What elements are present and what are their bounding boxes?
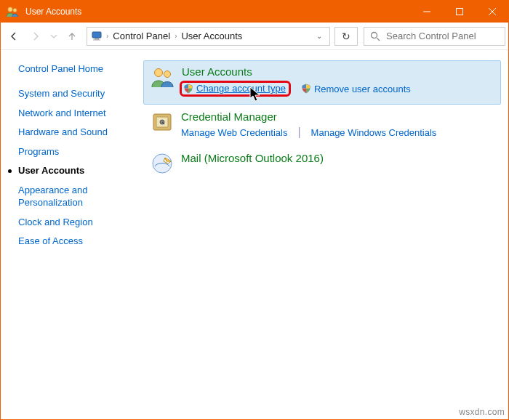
svg-point-1 [13, 8, 17, 12]
maximize-button[interactable] [443, 1, 476, 23]
sidebar-item[interactable]: Hardware and Sound [18, 126, 143, 139]
sidebar-item[interactable]: Programs [18, 145, 143, 158]
sidebar-item[interactable]: User Accounts [18, 164, 143, 177]
address-dropdown[interactable]: ⌄ [310, 32, 328, 40]
svg-rect-8 [93, 39, 100, 40]
svg-point-0 [8, 7, 12, 12]
breadcrumb-part[interactable]: User Accounts [177, 31, 247, 41]
svg-line-10 [377, 38, 380, 41]
category: Credential ManagerManage Web Credentials… [143, 106, 501, 146]
svg-rect-6 [92, 32, 101, 38]
control-panel-home-link[interactable]: Control Panel Home [18, 63, 143, 74]
forward-button[interactable] [25, 26, 46, 47]
app-icon [5, 4, 20, 19]
search-box[interactable]: Search Control Panel [364, 27, 505, 46]
category-title[interactable]: User Accounts [182, 65, 494, 78]
sidebar-item[interactable]: Network and Internet [18, 107, 143, 120]
sidebar: Control Panel Home System and SecurityNe… [1, 50, 143, 419]
search-placeholder: Search Control Panel [386, 31, 476, 41]
close-button[interactable] [476, 1, 508, 23]
category: Mail (Microsoft Outlook 2016) [143, 148, 501, 185]
category-link[interactable]: Remove user accounts [301, 84, 411, 94]
users-icon [150, 65, 176, 92]
monitor-icon [89, 31, 106, 41]
svg-rect-7 [95, 39, 99, 40]
svg-point-9 [372, 32, 377, 38]
titlebar: User Accounts [1, 1, 508, 23]
refresh-button[interactable]: ↻ [334, 27, 358, 46]
category-title[interactable]: Credential Manager [181, 110, 495, 124]
safe-icon [149, 110, 175, 137]
window-title: User Accounts [25, 7, 410, 17]
sidebar-item[interactable]: Clock and Region [18, 216, 143, 229]
mail-icon [149, 152, 175, 178]
highlighted-link: Change account type [180, 81, 291, 97]
category: User AccountsChange account typeRemove u… [143, 60, 501, 105]
svg-point-11 [155, 69, 163, 77]
up-button[interactable] [62, 26, 82, 47]
divider: | [297, 126, 300, 139]
breadcrumb-part[interactable]: Control Panel [108, 31, 175, 41]
category-link[interactable]: Change account type [183, 83, 286, 94]
back-button[interactable] [4, 26, 24, 47]
sidebar-item[interactable]: Appearance and Personalization [18, 184, 143, 209]
minimize-button[interactable] [410, 1, 443, 23]
search-icon [370, 31, 380, 41]
svg-point-12 [164, 71, 171, 78]
navbar: › Control Panel › User Accounts ⌄ ↻ Sear… [1, 23, 508, 50]
content-area: User AccountsChange account typeRemove u… [143, 50, 508, 419]
sidebar-item[interactable]: Ease of Access [18, 235, 143, 248]
watermark: wsxdn.com [459, 407, 505, 417]
category-link[interactable]: Manage Web Credentials [181, 127, 287, 138]
category-title[interactable]: Mail (Microsoft Outlook 2016) [181, 152, 495, 165]
category-link[interactable]: Manage Windows Credentials [311, 127, 437, 138]
sidebar-item[interactable]: System and Security [18, 87, 143, 100]
address-bar[interactable]: › Control Panel › User Accounts ⌄ [87, 27, 330, 46]
svg-rect-3 [456, 9, 462, 15]
recent-button[interactable] [47, 26, 60, 47]
